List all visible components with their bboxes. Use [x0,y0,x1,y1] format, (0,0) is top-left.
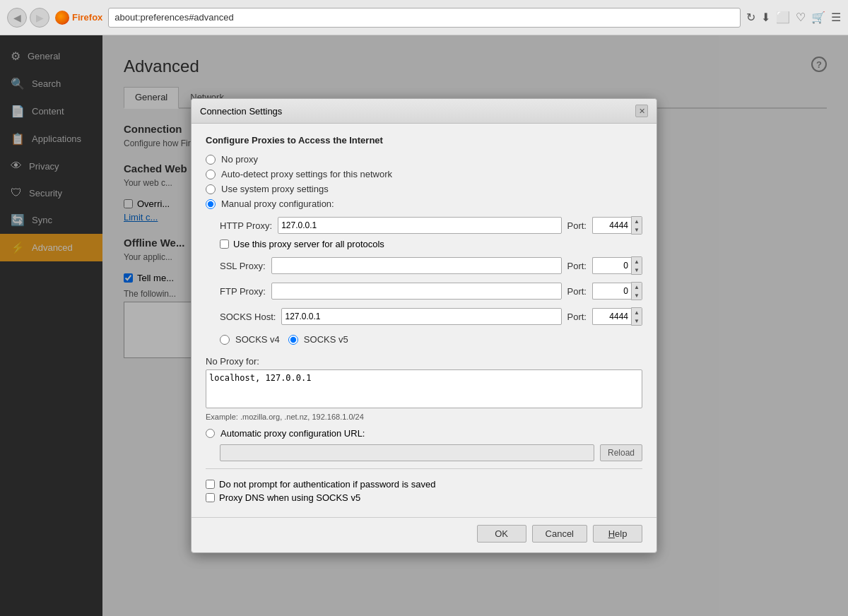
http-port-spinners: ▲ ▼ [631,216,642,235]
address-bar[interactable]: about:preferences#advanced [108,8,741,28]
proxy-dns-row: Proxy DNS when using SOCKS v5 [206,492,642,503]
http-port-input[interactable] [592,217,631,234]
http-port-down[interactable]: ▼ [632,225,642,234]
help-button[interactable]: Help [593,525,642,543]
cart-icon[interactable]: 🛒 [811,11,825,24]
modal-overlay: Connection Settings ✕ Configure Proxies … [0,35,848,616]
ok-button[interactable]: OK [477,525,526,543]
bookmark-icon[interactable]: ♡ [796,11,806,24]
ssl-proxy-input[interactable] [271,257,562,274]
socks-version-row: SOCKS v4 SOCKS v5 [220,330,642,349]
dialog-body: Configure Proxies to Access the Internet… [192,124,656,517]
auto-detect-label: Auto-detect proxy settings for this netw… [221,169,392,179]
auto-proxy-url-label: Automatic proxy configuration URL: [220,428,365,439]
socks-v4-radio[interactable] [220,335,230,345]
socks-port-label: Port: [567,312,587,322]
auto-proxy-url-input[interactable] [220,444,594,461]
no-proxy-row: No proxy [206,154,642,165]
bottom-checkboxes: Do not prompt for authentication if pass… [206,468,642,503]
ftp-port-spinners: ▲ ▼ [631,282,642,300]
system-proxy-row: Use system proxy settings [206,184,642,194]
firefox-logo: Firefox [55,11,102,25]
download-icon[interactable]: ⬇ [761,11,770,24]
auto-detect-radio[interactable] [206,170,216,179]
back-button[interactable]: ◀ [7,8,27,28]
example-text: Example: .mozilla.org, .net.nz, 192.168.… [206,413,642,421]
help-underline: H [608,528,615,539]
forward-button[interactable]: ▶ [30,8,49,28]
manual-proxy-label: Manual proxy configuration: [221,199,334,209]
socks-host-label: SOCKS Host: [220,312,276,322]
no-proxy-label: No proxy [221,154,258,165]
use-for-all-row: Use this proxy server for all protocols [220,239,642,249]
http-proxy-row: HTTP Proxy: Port: ▲ ▼ [220,216,642,235]
dialog-title: Connection Settings [200,106,282,117]
socks-port-input[interactable] [592,308,631,325]
socks-v4-row: SOCKS v4 [220,334,280,345]
http-port-up[interactable]: ▲ [632,217,642,225]
connection-settings-dialog: Connection Settings ✕ Configure Proxies … [191,98,657,553]
system-proxy-label: Use system proxy settings [221,184,329,194]
no-auth-row: Do not prompt for authentication if pass… [206,479,642,490]
ssl-port-wrap: ▲ ▼ [592,256,642,275]
dialog-footer: OK Cancel Help [192,517,656,552]
socks-host-input[interactable] [281,308,561,325]
ftp-proxy-input[interactable] [271,283,562,300]
socks-v5-radio[interactable] [288,335,298,345]
use-for-all-checkbox[interactable] [220,239,229,249]
auto-proxy-input-row: Reload [220,444,642,461]
no-auth-checkbox[interactable] [206,480,215,489]
address-text: about:preferences#advanced [114,12,233,23]
auto-detect-row: Auto-detect proxy settings for this netw… [206,169,642,179]
ssl-port-spinners: ▲ ▼ [631,256,642,275]
help-rest: elp [615,528,627,539]
reload-icon[interactable]: ↻ [746,11,755,24]
reload-button[interactable]: Reload [600,444,642,461]
browser-chrome: ◀ ▶ Firefox about:preferences#advanced ↻… [0,0,848,35]
ftp-proxy-row: FTP Proxy: Port: ▲ ▼ [220,282,642,300]
no-proxy-section: No Proxy for: localhost, 127.0.0.1 Examp… [206,356,642,421]
menu-icon[interactable]: ☰ [831,11,841,24]
auto-proxy-url-radio[interactable] [206,429,215,438]
fullscreen-icon[interactable]: ⬜ [776,11,790,24]
ftp-proxy-label: FTP Proxy: [220,286,266,297]
dialog-titlebar: Connection Settings ✕ [192,99,656,124]
ftp-port-input[interactable] [592,283,631,300]
ssl-port-label: Port: [567,261,587,271]
no-auth-label: Do not prompt for authentication if pass… [219,479,435,490]
http-proxy-input[interactable] [278,217,561,234]
no-proxy-for-label: No Proxy for: [206,356,642,367]
proxy-dns-checkbox[interactable] [206,493,215,502]
ftp-port-down[interactable]: ▼ [632,291,642,300]
no-proxy-textarea[interactable]: localhost, 127.0.0.1 [206,369,642,408]
system-proxy-radio[interactable] [206,184,216,194]
socks-v4-label: SOCKS v4 [235,334,280,345]
socks-v5-row: SOCKS v5 [288,334,348,345]
no-proxy-radio[interactable] [206,155,216,165]
manual-proxy-radio[interactable] [206,199,216,209]
auto-proxy-url-row: Automatic proxy configuration URL: [206,428,642,439]
ftp-port-up[interactable]: ▲ [632,283,642,291]
proxy-dns-label: Proxy DNS when using SOCKS v5 [219,492,360,503]
ssl-proxy-label: SSL Proxy: [220,261,266,271]
dialog-section-title: Configure Proxies to Access the Internet [206,135,642,146]
nav-buttons: ◀ ▶ [7,8,49,28]
ssl-port-down[interactable]: ▼ [632,266,642,274]
socks-port-up[interactable]: ▲ [632,308,642,316]
http-proxy-label: HTTP Proxy: [220,220,272,231]
ssl-port-up[interactable]: ▲ [632,257,642,266]
socks-v5-label: SOCKS v5 [304,334,348,345]
firefox-icon [55,11,69,25]
firefox-label: Firefox [72,12,102,23]
socks-port-spinners: ▲ ▼ [631,307,642,326]
http-port-label: Port: [567,220,587,231]
manual-proxy-row: Manual proxy configuration: [206,199,642,209]
cancel-button[interactable]: Cancel [532,525,587,543]
ssl-port-input[interactable] [592,257,631,274]
ssl-proxy-row: SSL Proxy: Port: ▲ ▼ [220,256,642,275]
use-for-all-label: Use this proxy server for all protocols [233,239,384,249]
socks-port-down[interactable]: ▼ [632,316,642,325]
socks-port-wrap: ▲ ▼ [592,307,642,326]
http-port-wrap: ▲ ▼ [592,216,642,235]
dialog-close-button[interactable]: ✕ [635,105,648,117]
